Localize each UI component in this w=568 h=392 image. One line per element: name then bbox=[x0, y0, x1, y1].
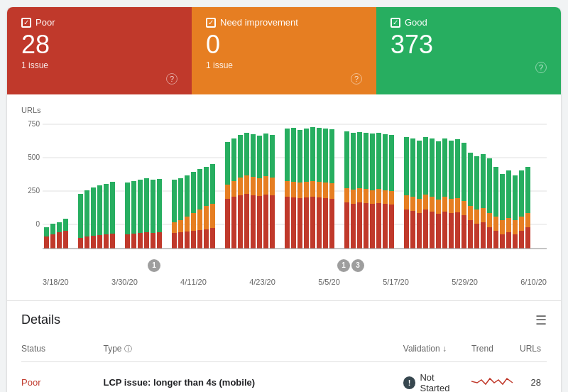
svg-rect-153 bbox=[442, 197, 447, 212]
tile-good-header: ✓ Good bbox=[390, 17, 547, 28]
good-help-icon[interactable]: ? bbox=[535, 62, 547, 73]
svg-rect-77 bbox=[257, 196, 262, 249]
svg-rect-56 bbox=[204, 229, 209, 249]
svg-rect-147 bbox=[430, 197, 435, 212]
svg-rect-43 bbox=[172, 180, 177, 222]
svg-rect-143 bbox=[423, 209, 428, 249]
svg-rect-150 bbox=[436, 200, 441, 214]
tile-need-value: 0 bbox=[206, 31, 362, 59]
svg-rect-186 bbox=[513, 220, 518, 234]
tile-good: ✓ Good 373 ? bbox=[376, 7, 561, 94]
svg-rect-109 bbox=[329, 129, 334, 183]
details-header: Details ☰ bbox=[21, 312, 547, 328]
svg-rect-72 bbox=[244, 175, 249, 194]
svg-rect-17 bbox=[78, 238, 83, 249]
col-type[interactable]: Type ⓘ bbox=[103, 339, 192, 362]
x-label-5: 5/5/20 bbox=[318, 278, 340, 286]
svg-text:500: 500 bbox=[28, 153, 40, 161]
svg-rect-169 bbox=[474, 156, 479, 209]
svg-rect-118 bbox=[357, 132, 362, 188]
svg-rect-25 bbox=[104, 234, 109, 249]
svg-rect-138 bbox=[410, 197, 415, 211]
svg-rect-47 bbox=[185, 232, 190, 249]
details-table: Status Type ⓘ Validation ↓ Trend URLs Po… bbox=[21, 339, 547, 392]
svg-rect-172 bbox=[481, 154, 486, 208]
svg-rect-165 bbox=[468, 206, 473, 220]
svg-rect-50 bbox=[191, 231, 196, 249]
svg-rect-68 bbox=[238, 195, 243, 249]
svg-rect-37 bbox=[151, 233, 155, 249]
svg-rect-156 bbox=[449, 199, 454, 213]
x-label-7: 5/29/20 bbox=[452, 278, 478, 286]
svg-rect-92 bbox=[297, 198, 302, 249]
x-label-4: 4/23/20 bbox=[249, 278, 275, 286]
svg-rect-22 bbox=[91, 187, 96, 236]
svg-rect-164 bbox=[468, 220, 473, 249]
col-spacer bbox=[193, 339, 403, 362]
annotation-badge-2[interactable]: 1 bbox=[337, 259, 350, 272]
svg-rect-155 bbox=[449, 213, 454, 249]
svg-rect-69 bbox=[238, 178, 243, 195]
svg-rect-101 bbox=[317, 197, 322, 249]
svg-rect-176 bbox=[493, 231, 498, 249]
svg-rect-39 bbox=[157, 232, 162, 249]
svg-text:750: 750 bbox=[28, 120, 40, 128]
poor-help-icon[interactable]: ? bbox=[166, 73, 178, 85]
svg-rect-189 bbox=[519, 217, 524, 231]
chart-svg: 750 500 250 0 bbox=[21, 117, 547, 259]
svg-rect-145 bbox=[423, 137, 428, 195]
svg-rect-158 bbox=[455, 212, 460, 249]
svg-rect-141 bbox=[417, 199, 422, 213]
svg-rect-175 bbox=[487, 158, 492, 213]
tile-poor-value: 28 bbox=[21, 31, 178, 59]
svg-rect-140 bbox=[417, 213, 422, 249]
svg-rect-106 bbox=[323, 129, 328, 183]
svg-rect-110 bbox=[344, 202, 349, 249]
svg-rect-48 bbox=[185, 217, 190, 232]
svg-rect-144 bbox=[423, 195, 428, 209]
svg-rect-154 bbox=[442, 138, 447, 197]
svg-rect-114 bbox=[351, 190, 356, 204]
svg-rect-182 bbox=[506, 232, 511, 249]
svg-rect-105 bbox=[323, 183, 328, 198]
svg-rect-187 bbox=[513, 175, 518, 220]
annotation-badge-3[interactable]: 3 bbox=[351, 259, 364, 272]
chart-container: 750 500 250 0 bbox=[21, 117, 547, 259]
row1-validation-text: Not Started bbox=[420, 372, 465, 392]
need-help-icon[interactable]: ? bbox=[351, 73, 362, 85]
svg-rect-76 bbox=[251, 134, 256, 177]
svg-rect-190 bbox=[519, 170, 524, 217]
svg-rect-119 bbox=[364, 203, 368, 249]
svg-rect-178 bbox=[493, 167, 498, 217]
svg-rect-135 bbox=[404, 195, 409, 209]
svg-rect-46 bbox=[178, 178, 183, 220]
svg-rect-128 bbox=[383, 204, 388, 249]
svg-rect-16 bbox=[63, 219, 68, 231]
svg-rect-180 bbox=[500, 220, 505, 234]
tile-poor-sub: 1 issue bbox=[21, 60, 178, 70]
details-title: Details bbox=[21, 312, 60, 327]
svg-rect-97 bbox=[304, 129, 309, 182]
svg-rect-21 bbox=[91, 236, 96, 249]
svg-rect-44 bbox=[178, 232, 183, 249]
tile-good-label: Good bbox=[405, 17, 427, 28]
svg-rect-81 bbox=[263, 176, 268, 195]
svg-rect-9 bbox=[44, 236, 49, 249]
filter-icon[interactable]: ☰ bbox=[535, 312, 547, 328]
svg-rect-31 bbox=[131, 234, 136, 249]
svg-rect-87 bbox=[285, 181, 290, 197]
svg-rect-160 bbox=[455, 139, 460, 198]
tile-need-sub: 1 issue bbox=[206, 60, 362, 70]
svg-rect-134 bbox=[404, 209, 409, 249]
poor-check-icon: ✓ bbox=[21, 18, 31, 28]
svg-rect-14 bbox=[57, 222, 62, 232]
svg-rect-124 bbox=[370, 134, 375, 190]
svg-rect-80 bbox=[263, 195, 268, 249]
svg-rect-183 bbox=[506, 218, 511, 232]
col-validation[interactable]: Validation ↓ bbox=[403, 339, 471, 362]
svg-rect-131 bbox=[389, 205, 394, 249]
annotation-badge-1[interactable]: 1 bbox=[148, 259, 160, 272]
svg-text:250: 250 bbox=[28, 187, 40, 195]
tile-need-header: ✓ Need improvement bbox=[206, 17, 362, 28]
svg-rect-62 bbox=[225, 199, 230, 249]
